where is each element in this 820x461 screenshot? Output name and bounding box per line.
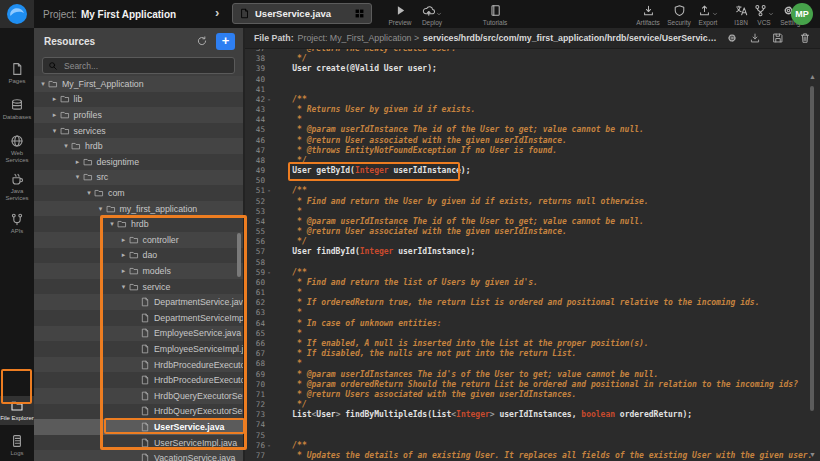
line-number: 66 <box>245 339 265 349</box>
scroll-up-arrow[interactable]: ▲ <box>809 73 816 80</box>
topbar-action-tutorials[interactable]: Tutorials <box>476 3 514 26</box>
tree-item-EmployeeService.java[interactable]: EmployeeService.java <box>34 326 245 342</box>
code-line-41: 41 <box>245 85 820 95</box>
page-icon <box>239 8 250 19</box>
refresh-button[interactable] <box>196 35 208 47</box>
tree-item-lib[interactable]: ▸lib <box>34 92 245 108</box>
tree-item-com[interactable]: ▾com <box>34 185 245 201</box>
fold-spacer <box>265 288 273 298</box>
editor-download-button[interactable] <box>749 32 761 44</box>
tree-item-label: EmployeeService.java <box>154 328 241 338</box>
tree-item-UserServiceImpl.java[interactable]: UserServiceImpl.java <box>34 435 245 451</box>
tree-item-DepartmentServiceImpl.java[interactable]: DepartmentServiceImpl.java <box>34 310 245 326</box>
code-line-43: 43 * Returns User by given id if exists. <box>245 105 820 115</box>
sidebar-item-pages[interactable]: Pages <box>0 62 34 85</box>
tree-item-my_first_application[interactable]: ▾my_first_application <box>34 201 245 217</box>
sidebar-item-java-services[interactable]: Java Services <box>0 172 34 201</box>
app-logo[interactable] <box>0 0 34 28</box>
sidebar-item-logs[interactable]: Logs <box>0 434 34 457</box>
line-number: 43 <box>245 105 265 115</box>
user-avatar[interactable]: MP <box>791 3 813 25</box>
code-line-47: 47 * @throws EntityNotFoundException If … <box>245 146 820 156</box>
line-number: 60 <box>245 278 265 288</box>
tree-item-HrdbQueryExecutorServiceImpl.java[interactable]: HrdbQueryExecutorServiceImpl.java <box>34 404 245 420</box>
code-line-57: 57 User findById(Integer userIdInstance)… <box>245 247 820 257</box>
fold-spacer <box>265 85 273 95</box>
tree-item-dao[interactable]: ▸dao <box>34 248 245 264</box>
top-bar: Project: My First Application › UserServ… <box>0 0 820 28</box>
page-icon <box>140 438 150 448</box>
wavemaker-logo-icon <box>6 3 28 25</box>
tree-item-controller[interactable]: ▸controller <box>34 232 245 248</box>
fold-spacer <box>265 329 273 339</box>
tree-item-label: UserService.java <box>154 422 224 432</box>
editor-save-button[interactable] <box>772 32 784 44</box>
add-resource-button[interactable]: + <box>216 33 235 50</box>
line-number: 49 <box>245 166 265 176</box>
sidebar-item-file-explorer[interactable]: File Explorer <box>0 396 34 425</box>
open-file-tab[interactable]: UserService.java <box>232 3 372 24</box>
collapse-arrow-icon[interactable]: ▾ <box>107 220 117 228</box>
expand-arrow-icon[interactable]: ▸ <box>50 111 60 119</box>
tree-item-src[interactable]: ▾src <box>34 170 245 186</box>
collapse-arrow-icon[interactable]: ▾ <box>119 283 129 291</box>
fold-spacer <box>265 339 273 349</box>
code-line-65: 65 * <box>245 329 820 339</box>
code-line-61: 61 * <box>245 288 820 298</box>
tree-item-service[interactable]: ▾service <box>34 279 245 295</box>
fold-marker-icon[interactable]: - <box>265 268 273 278</box>
tree-item-services[interactable]: ▾services <box>34 123 245 139</box>
tree-item-hrdb[interactable]: ▾hrdb <box>34 138 245 154</box>
tree-item-profiles[interactable]: ▸profiles <box>34 107 245 123</box>
sidebar-item-databases[interactable]: Databases <box>0 98 34 121</box>
resources-scrollbar-thumb[interactable] <box>237 233 241 277</box>
expand-arrow-icon[interactable]: ▸ <box>119 236 129 244</box>
tree-item-hrdb[interactable]: ▾hrdb <box>34 216 245 232</box>
collapse-arrow-icon[interactable]: ▾ <box>73 173 83 181</box>
expand-arrow-icon[interactable]: ▸ <box>73 158 83 166</box>
fold-marker-icon[interactable]: - <box>265 441 273 451</box>
tree-item-designtime[interactable]: ▸designtime <box>34 154 245 170</box>
sidebar-item-label: Pages <box>8 78 25 85</box>
tree-item-My_First_Application[interactable]: ▾My_First_Application <box>34 76 245 92</box>
tree-item-HrdbProcedureExecutorService.java[interactable]: HrdbProcedureExecutorService.java <box>34 357 245 373</box>
project-name[interactable]: My First Application <box>81 9 176 20</box>
tree-item-HrdbProcedureExecutorServiceImpl.java[interactable]: HrdbProcedureExecutorServiceImpl.java <box>34 372 245 388</box>
tree-item-DepartmentService.java[interactable]: DepartmentService.java <box>34 294 245 310</box>
code-line-39: 39 User create(@Valid User user); <box>245 64 820 74</box>
tree-item-EmployeeServiceImpl.java[interactable]: EmployeeServiceImpl.java <box>34 341 245 357</box>
collapse-arrow-icon[interactable]: ▾ <box>84 189 94 197</box>
resources-title: Resources <box>44 36 196 47</box>
tree-item-HrdbQueryExecutorService.java[interactable]: HrdbQueryExecutorService.java <box>34 388 245 404</box>
sidebar-item-web-services[interactable]: Web Services <box>0 134 34 163</box>
code-line-53: 53 * <box>245 207 820 217</box>
search-input[interactable] <box>62 60 229 72</box>
collapse-arrow-icon[interactable]: ▾ <box>50 127 60 135</box>
code-line-54: 54 * @param userIdInstance The id of the… <box>245 217 820 227</box>
expand-arrow-icon[interactable]: ▸ <box>50 95 60 103</box>
line-number: 65 <box>245 329 265 339</box>
grid-icon[interactable] <box>354 8 365 19</box>
tree-item-VacationService.java[interactable]: VacationService.java <box>34 450 245 461</box>
editor-trash-button[interactable] <box>799 32 811 44</box>
collapse-arrow-icon[interactable]: ▾ <box>96 205 106 213</box>
code-area[interactable]: 37 * @return The newly created User.38 *… <box>245 49 820 461</box>
scroll-down-arrow[interactable]: ▼ <box>809 451 816 458</box>
editor-scrollbar-thumb[interactable] <box>810 86 814 411</box>
topbar-action-deploy[interactable]: Deploy <box>413 3 451 26</box>
fold-spacer <box>265 146 273 156</box>
code-line-76: 76- /** <box>245 441 820 451</box>
collapse-arrow-icon[interactable]: ▾ <box>38 80 48 88</box>
collapse-arrow-icon[interactable]: ▾ <box>61 142 71 150</box>
tree-item-UserService.java[interactable]: UserService.java <box>34 419 245 435</box>
fold-marker-icon[interactable]: - <box>265 95 273 105</box>
expand-arrow-icon[interactable]: ▸ <box>119 251 129 259</box>
tree-item-models[interactable]: ▸models <box>34 263 245 279</box>
sidebar-item-apis[interactable]: APIs <box>0 212 34 235</box>
editor-gear-button[interactable] <box>726 32 738 44</box>
fold-marker-icon[interactable]: - <box>265 186 273 196</box>
editor-header: File Path: Project: My_First_Application… <box>245 28 820 49</box>
code-line-50: 50 <box>245 176 820 186</box>
expand-arrow-icon[interactable]: ▸ <box>119 267 129 275</box>
line-number: 54 <box>245 217 265 227</box>
